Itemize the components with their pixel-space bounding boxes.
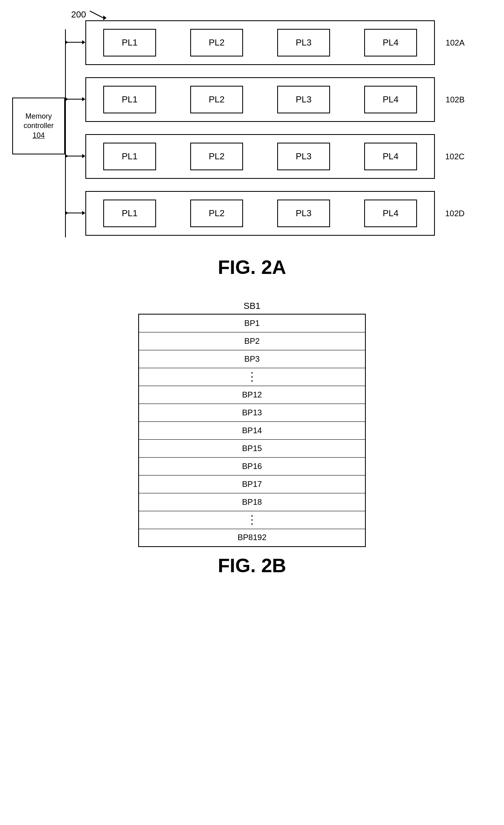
row-label-c: 102C [445, 152, 465, 161]
svg-marker-6 [65, 97, 68, 101]
memory-row-d: PL1 PL2 PL3 PL4 102D [85, 191, 435, 236]
memory-controller-box: Memory controller 104 [12, 98, 65, 154]
sb1-table: BP1 BP2 BP3 ⋮ BP12 BP13 BP14 BP15 BP16 B… [138, 314, 366, 547]
table-row: BP3 [139, 350, 365, 368]
pl-box-b2: PL2 [190, 86, 243, 113]
bp-cell: BP13 [139, 404, 365, 421]
sb1-label: SB1 [0, 301, 504, 311]
ref-200-label: 200 [71, 9, 86, 20]
pl-box-c2: PL2 [190, 143, 243, 170]
fig2b-section: SB1 BP1 BP2 BP3 ⋮ BP12 BP13 BP14 BP15 BP… [0, 301, 504, 577]
memory-controller-text: Memory controller 104 [24, 112, 54, 140]
rows-container: PL1 PL2 PL3 PL4 102A PL1 PL2 PL3 [85, 20, 439, 248]
table-row: BP1 [139, 314, 365, 332]
pl-box-a3: PL3 [277, 29, 330, 56]
table-row: BP14 [139, 421, 365, 439]
table-row: BP2 [139, 332, 365, 350]
row-label-b: 102B [445, 95, 465, 104]
pl-box-b3: PL3 [277, 86, 330, 113]
arrow-row-c [64, 150, 86, 162]
svg-marker-1 [103, 15, 106, 20]
table-row: BP15 [139, 439, 365, 457]
bp-cell: BP17 [139, 475, 365, 493]
pl-box-a1: PL1 [103, 29, 156, 56]
memory-row-a: PL1 PL2 PL3 PL4 102A [85, 20, 435, 65]
bp-cell: ⋮ [139, 511, 365, 529]
bp-cell: BP18 [139, 493, 365, 511]
arrow-row-a [64, 36, 86, 48]
table-row: BP8192 [139, 529, 365, 547]
svg-marker-4 [82, 40, 85, 44]
pl-box-d3: PL3 [277, 200, 330, 227]
pl-box-c4: PL4 [364, 143, 417, 170]
bp-cell: BP16 [139, 457, 365, 475]
svg-marker-12 [65, 211, 68, 215]
memory-row-b: PL1 PL2 PL3 PL4 102B [85, 77, 435, 122]
fig2b-caption: FIG. 2B [0, 554, 504, 577]
bp-cell: BP8192 [139, 529, 365, 547]
pl-box-b1: PL1 [103, 86, 156, 113]
sb1-table-container: BP1 BP2 BP3 ⋮ BP12 BP13 BP14 BP15 BP16 B… [0, 314, 504, 547]
table-row: BP13 [139, 404, 365, 421]
bp-cell: BP14 [139, 421, 365, 439]
table-row: BP12 [139, 386, 365, 404]
svg-marker-10 [82, 154, 85, 158]
table-row: BP18 [139, 493, 365, 511]
memory-row-c: PL1 PL2 PL3 PL4 102C [85, 134, 435, 179]
table-row: BP17 [139, 475, 365, 493]
pl-box-c1: PL1 [103, 143, 156, 170]
vertical-bus-line [65, 29, 66, 237]
fig2a-caption: FIG. 2A [0, 256, 504, 278]
bp-cell: BP3 [139, 350, 365, 368]
pl-box-d4: PL4 [364, 200, 417, 227]
arrow-row-d [64, 207, 86, 219]
bp-cell: BP2 [139, 332, 365, 350]
pl-box-a4: PL4 [364, 29, 417, 56]
row-label-d: 102D [445, 209, 465, 218]
svg-marker-7 [82, 97, 85, 101]
bp-cell: BP15 [139, 439, 365, 457]
ref-200-arrow [88, 9, 108, 20]
page-container: 200 Memory controller 104 [0, 0, 504, 825]
bp-cell: BP12 [139, 386, 365, 404]
pl-box-c3: PL3 [277, 143, 330, 170]
svg-marker-13 [82, 211, 85, 215]
pl-box-d2: PL2 [190, 200, 243, 227]
row-label-a: 102A [445, 38, 465, 48]
table-row: BP16 [139, 457, 365, 475]
pl-box-a2: PL2 [190, 29, 243, 56]
svg-marker-3 [65, 40, 68, 44]
svg-line-0 [90, 11, 103, 18]
bp-cell: BP1 [139, 314, 365, 332]
pl-box-b4: PL4 [364, 86, 417, 113]
table-row: ⋮ [139, 511, 365, 529]
table-row: ⋮ [139, 368, 365, 386]
svg-marker-9 [65, 154, 68, 158]
bp-cell: ⋮ [139, 368, 365, 386]
arrow-row-b [64, 93, 86, 105]
pl-box-d1: PL1 [103, 200, 156, 227]
